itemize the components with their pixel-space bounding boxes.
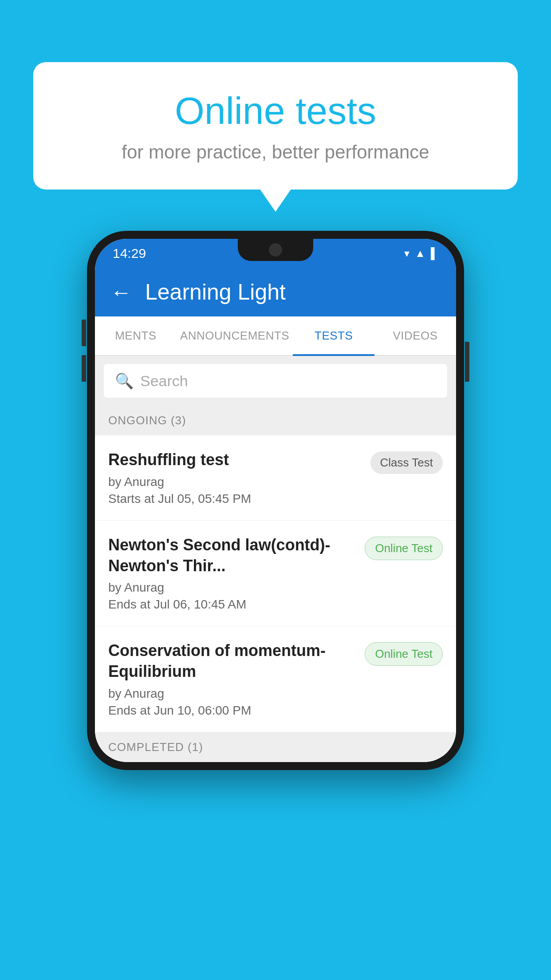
test-item-content: Conservation of momentum-Equilibrium by …: [108, 640, 356, 718]
tab-ments[interactable]: MENTS: [95, 316, 177, 355]
phone-container: 14:29 ▾ ▲ ▌ ← Learning Light MENTS ANNOU…: [87, 231, 464, 770]
test-item[interactable]: Conservation of momentum-Equilibrium by …: [95, 626, 456, 732]
wifi-icon: ▾: [404, 247, 409, 260]
section-ongoing-header: ONGOING (3): [95, 406, 456, 435]
test-item-date: Starts at Jul 05, 05:45 PM: [108, 492, 362, 506]
search-container: 🔍 Search: [95, 356, 456, 406]
power-button: [465, 342, 469, 382]
test-item-content: Newton's Second law(contd)-Newton's Thir…: [108, 535, 356, 612]
phone-notch: [238, 239, 313, 261]
test-item-content: Reshuffling test by Anurag Starts at Jul…: [108, 450, 362, 506]
app-title: Learning Light: [145, 279, 286, 305]
search-box[interactable]: 🔍 Search: [104, 364, 447, 398]
test-list: Reshuffling test by Anurag Starts at Jul…: [95, 435, 456, 732]
speech-bubble: Online tests for more practice, better p…: [33, 62, 518, 190]
tab-videos[interactable]: VIDEOS: [374, 316, 456, 355]
battery-icon: ▌: [431, 247, 438, 260]
speech-bubble-container: Online tests for more practice, better p…: [33, 62, 518, 190]
speech-bubble-subtitle: for more practice, better performance: [60, 142, 491, 163]
tabs-container: MENTS ANNOUNCEMENTS TESTS VIDEOS: [95, 316, 456, 356]
test-badge-online: Online Test: [365, 537, 443, 560]
test-item-title: Newton's Second law(contd)-Newton's Thir…: [108, 535, 356, 577]
test-item-date: Ends at Jun 10, 06:00 PM: [108, 703, 356, 718]
search-icon: 🔍: [115, 372, 134, 390]
tab-announcements[interactable]: ANNOUNCEMENTS: [177, 316, 293, 355]
test-item-date: Ends at Jul 06, 10:45 AM: [108, 597, 356, 612]
signal-icon: ▲: [415, 247, 425, 260]
test-item-author: by Anurag: [108, 475, 362, 489]
test-item[interactable]: Newton's Second law(contd)-Newton's Thir…: [95, 521, 456, 627]
test-badge-class: Class Test: [370, 451, 443, 474]
volume-down-button: [82, 355, 86, 382]
back-button[interactable]: ←: [110, 280, 132, 304]
phone-screen: 14:29 ▾ ▲ ▌ ← Learning Light MENTS ANNOU…: [95, 239, 456, 762]
status-time: 14:29: [113, 246, 146, 261]
phone-outer: 14:29 ▾ ▲ ▌ ← Learning Light MENTS ANNOU…: [87, 231, 464, 770]
status-icons: ▾ ▲ ▌: [404, 247, 438, 260]
volume-up-button: [82, 320, 86, 346]
test-item-title: Conservation of momentum-Equilibrium: [108, 640, 356, 682]
test-item-author: by Anurag: [108, 687, 356, 701]
tab-tests[interactable]: TESTS: [293, 316, 374, 355]
search-input-placeholder[interactable]: Search: [140, 372, 188, 390]
test-item-author: by Anurag: [108, 581, 356, 595]
test-item[interactable]: Reshuffling test by Anurag Starts at Jul…: [95, 435, 456, 521]
test-badge-online: Online Test: [365, 642, 443, 666]
test-item-title: Reshuffling test: [108, 450, 362, 470]
phone-camera: [269, 243, 282, 257]
speech-bubble-title: Online tests: [60, 89, 491, 133]
app-bar: ← Learning Light: [95, 268, 456, 316]
section-completed-header: COMPLETED (1): [95, 732, 456, 762]
